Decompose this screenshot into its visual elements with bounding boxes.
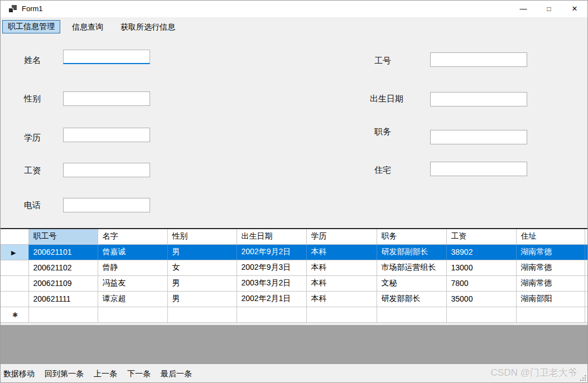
grid-cell[interactable]: 本科	[306, 275, 377, 291]
grid-cell[interactable]: 2002年9月3日	[237, 260, 306, 275]
column-header-filler	[585, 229, 588, 244]
column-header-employee-no[interactable]: 职工号	[28, 229, 98, 244]
grid-cell[interactable]: 35000	[446, 291, 516, 307]
salary-input[interactable]	[63, 163, 150, 177]
row-header-cell[interactable]: ▶	[1, 244, 28, 260]
grid-row[interactable]: 200621102 曾静 女 2002年9月3日 本科 市场部运营组长 1300…	[1, 260, 588, 275]
grid-cell[interactable]	[98, 307, 167, 322]
employee-datagrid: 职工号 名字 性别 出生日期 学历 职务 工资 住址 ▶ 200621101 曾…	[1, 228, 588, 323]
grid-cell[interactable]: 男	[167, 244, 237, 260]
grid-cell[interactable]: 38902	[446, 244, 516, 260]
grid-cell[interactable]: 本科	[306, 291, 377, 307]
grid-cell[interactable]: 200621109	[28, 275, 98, 291]
column-header-gender[interactable]: 性别	[167, 229, 237, 244]
column-header-salary[interactable]: 工资	[446, 229, 516, 244]
current-row-arrow-icon: ▶	[11, 249, 16, 256]
resize-grip[interactable]	[580, 375, 586, 381]
residence-input[interactable]	[430, 162, 527, 176]
position-input[interactable]	[430, 130, 527, 144]
close-button[interactable]: ✕	[562, 1, 587, 17]
grid-cell[interactable]: 2002年9月2日	[237, 244, 306, 260]
maximize-button[interactable]: □	[536, 1, 562, 17]
grid-cell-filler	[585, 291, 588, 307]
education-input[interactable]	[63, 128, 150, 142]
grid-row[interactable]: 200621111 谭京超 男 2002年2月1日 本科 研发部部长 35000…	[1, 291, 588, 307]
name-label: 姓名	[24, 55, 41, 66]
grid-row[interactable]: 200621109 冯益友 男 2003年3月2日 本科 文秘 7800 湖南常…	[1, 275, 588, 291]
column-header-address[interactable]: 住址	[516, 229, 585, 244]
grid-cell[interactable]: 男	[167, 275, 237, 291]
birthdate-input[interactable]	[430, 92, 527, 106]
grid-cell[interactable]	[28, 307, 98, 322]
grid-cell[interactable]: 200621102	[28, 260, 98, 275]
grid-cell[interactable]: 200621101	[28, 244, 98, 260]
grid-cell[interactable]: 2002年2月1日	[237, 291, 306, 307]
column-header-position[interactable]: 职务	[377, 229, 446, 244]
column-header-birthdate[interactable]: 出生日期	[237, 229, 306, 244]
menu-next[interactable]: 下一条	[126, 368, 152, 380]
minimize-button[interactable]: —	[510, 1, 536, 17]
grid-cell[interactable]: 男	[167, 291, 237, 307]
salary-label: 工资	[24, 166, 41, 176]
grid-background-filler	[1, 325, 588, 364]
column-header-name[interactable]: 名字	[98, 229, 167, 244]
grid-cell[interactable]: 2003年3月2日	[237, 275, 306, 291]
row-header-cell[interactable]	[1, 275, 28, 291]
gender-input[interactable]	[63, 91, 150, 106]
tab-employee-management[interactable]: 职工信息管理	[2, 20, 60, 33]
menu-go-first[interactable]: 回到第一条	[44, 368, 85, 380]
grid-cell[interactable]	[167, 307, 237, 322]
grid-cell[interactable]: 13000	[446, 260, 516, 275]
grid-new-row[interactable]: ✱	[1, 307, 588, 322]
form1-window: Form1 — □ ✕ 职工信息管理 信息查询 获取所选行信息 姓名 性别 学历…	[0, 0, 588, 383]
new-row-asterisk-icon: ✱	[12, 311, 18, 319]
grid-cell[interactable]	[306, 307, 377, 322]
menu-go-last[interactable]: 最后一条	[160, 368, 193, 380]
tab-get-selected-row[interactable]: 获取所选行信息	[115, 20, 181, 33]
phone-label: 电话	[24, 200, 41, 211]
grid-cell[interactable]	[377, 307, 446, 322]
grid-cell[interactable]: 曾嘉诚	[98, 244, 167, 260]
position-label: 职务	[374, 127, 391, 137]
grid-cell[interactable]: 研发部部长	[377, 291, 446, 307]
row-header-cell[interactable]: ✱	[1, 307, 28, 322]
grid-cell-filler	[585, 244, 588, 260]
grid-cell-filler	[585, 275, 588, 291]
grid-cell[interactable]	[446, 307, 516, 322]
employee-id-input[interactable]	[430, 52, 527, 67]
grid-cell[interactable]: 本科	[306, 244, 377, 260]
grid-cell[interactable]: 文秘	[377, 275, 446, 291]
grid-cell[interactable]: 200621111	[28, 291, 98, 307]
grid-cell[interactable]: 研发部副部长	[377, 244, 446, 260]
grid-cell[interactable]: 女	[167, 260, 237, 275]
csdn-watermark: CSDN @门卫老大爷	[491, 366, 577, 379]
grid-cell[interactable]	[237, 307, 306, 322]
menu-previous[interactable]: 上一条	[93, 368, 118, 380]
birthdate-label: 出生日期	[370, 94, 403, 104]
grid-cell[interactable]: 市场部运营组长	[377, 260, 446, 275]
grid-cell[interactable]: 湖南常德	[516, 260, 585, 275]
menu-data-move[interactable]: 数据移动	[2, 368, 36, 380]
grid-cell[interactable]: 本科	[306, 260, 377, 275]
grid-cell[interactable]: 曾静	[98, 260, 167, 275]
education-label: 学历	[24, 133, 41, 143]
grid-row-selected[interactable]: ▶ 200621101 曾嘉诚 男 2002年9月2日 本科 研发部副部长 38…	[1, 244, 588, 260]
name-input[interactable]	[63, 50, 150, 64]
phone-input[interactable]	[63, 198, 150, 212]
grid-cell-filler	[585, 307, 588, 322]
grid-cell[interactable]: 谭京超	[98, 291, 167, 307]
column-header-education[interactable]: 学历	[306, 229, 377, 244]
grid-cell[interactable]: 湖南邵阳	[516, 291, 585, 307]
grid-corner-cell[interactable]	[1, 229, 28, 244]
grid-cell[interactable]: 7800	[446, 275, 516, 291]
grid-cell[interactable]	[516, 307, 585, 322]
grid-cell[interactable]: 冯益友	[98, 275, 167, 291]
grid-header-row: 职工号 名字 性别 出生日期 学历 职务 工资 住址	[1, 229, 588, 244]
grid-cell[interactable]: 湖南常德	[516, 244, 585, 260]
grid-cell[interactable]: 湖南常德	[516, 275, 585, 291]
row-header-cell[interactable]	[1, 260, 28, 275]
tab-strip: 职工信息管理 信息查询 获取所选行信息	[2, 20, 181, 34]
grid-cell-filler	[585, 260, 588, 275]
tab-info-query[interactable]: 信息查询	[66, 20, 109, 33]
row-header-cell[interactable]	[1, 291, 28, 307]
